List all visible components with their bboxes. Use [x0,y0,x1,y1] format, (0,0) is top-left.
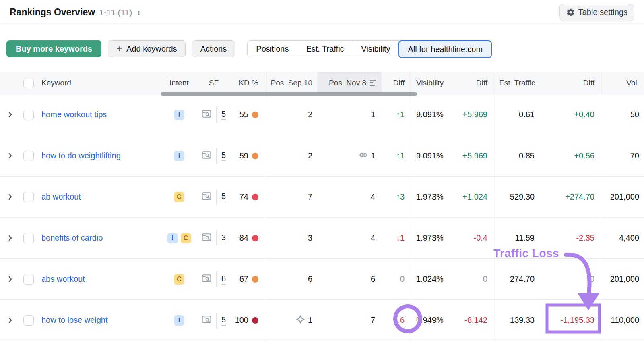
visibility-cell: 1.024% [410,259,451,299]
pos-sep10-value: 3 [308,233,312,243]
visibility-diff-value: -0.4 [474,233,487,243]
sf-count[interactable]: 5 [221,192,226,202]
pos-sep10-cell: 1 [266,300,317,341]
tab-visibility[interactable]: Visibility [353,41,399,57]
sf-count[interactable]: 5 [221,315,226,326]
col-header-pos-diff[interactable]: Diff [382,72,410,94]
header-expander-cell [0,72,20,94]
table-header: Keyword Intent SF KD % Pos. Sep 10 Pos. … [0,72,644,94]
intent-badge-i[interactable]: I [167,233,178,243]
table-settings-button[interactable]: Table settings [559,4,634,21]
col-header-pos-nov8[interactable]: Pos. Nov 8 [317,72,382,94]
keyword-link[interactable]: benefits of cardio [41,233,103,243]
intent-cell: C [161,259,197,299]
volume-cell: 110,000 [601,300,644,341]
link-icon [359,150,371,162]
table-row: how to lose weightI510017↓60.949%-8.1421… [0,300,644,341]
col-header-sf[interactable]: SF [197,72,230,94]
toolbar: Buy more keywords + Add keywords Actions… [0,40,644,57]
actions-button[interactable]: Actions [192,40,235,57]
kd-value: 84 [239,233,248,243]
keyword-cell: benefits of cardio [37,218,161,258]
column-divider [410,72,410,341]
serp-features-icon[interactable] [202,151,211,161]
pos-nov8-cell: 1 [317,135,382,176]
pos-nov8-value: 4 [371,233,375,243]
intent-badge-i[interactable]: I [174,315,184,326]
kd-cell: 59 [230,135,266,176]
result-range: 1-11 (11) [99,8,132,17]
info-icon[interactable]: i [138,8,140,17]
serp-features-icon[interactable] [202,274,211,285]
serp-features-icon[interactable] [202,233,211,243]
sf-divider [216,148,217,164]
col-header-traffic-diff[interactable]: Diff [539,72,601,94]
traffic-diff-cell: 0 [539,259,601,299]
pos-sep10-cell: 2 [266,135,317,176]
row-expander[interactable] [0,218,20,258]
horizontal-scrollbar[interactable] [161,92,417,96]
col-header-keyword[interactable]: Keyword [37,72,161,94]
keyword-link[interactable]: abs workout [41,274,85,284]
sf-count[interactable]: 5 [221,110,226,120]
keyword-link[interactable]: home workout tips [41,110,107,119]
visibility-value: 1.973% [416,233,444,243]
row-expander[interactable] [0,94,20,135]
intent-badge-i[interactable]: I [174,151,184,161]
intent-badge-c[interactable]: C [174,274,184,285]
row-expander[interactable] [0,300,20,341]
tab-all-for-healthline-com[interactable]: All for healthline.com [398,40,492,58]
traffic-diff-value: +274.70 [565,192,594,202]
visibility-diff-cell: -8.142 [451,300,493,341]
col-header-volume[interactable]: Vol. [601,72,644,94]
visibility-diff-cell: 0 [451,259,493,299]
col-header-visibility[interactable]: Visibility [410,72,451,94]
sf-count[interactable]: 6 [221,274,226,285]
keyword-link[interactable]: how to do weightlifting [41,151,121,160]
col-header-intent[interactable]: Intent [161,72,197,94]
select-all-checkbox[interactable] [23,78,34,88]
serp-features-icon[interactable] [202,315,211,326]
col-header-pos-sep10[interactable]: Pos. Sep 10 [266,72,317,94]
row-checkbox[interactable] [23,233,34,243]
chevron-right-icon [7,276,14,283]
traffic-diff-cell: +0.56 [539,135,601,176]
keyword-link[interactable]: ab workout [41,192,81,202]
col-header-est-traffic[interactable]: Est. Traffic [493,72,539,94]
tab-positions[interactable]: Positions [248,41,297,57]
add-keywords-button[interactable]: + Add keywords [108,40,186,57]
traffic-diff-cell: -1,195.33 [539,300,601,341]
sf-count[interactable]: 3 [221,233,226,243]
pos-diff-value: ↑1 [396,151,405,160]
visibility-cell: 9.091% [410,135,451,176]
row-checkbox-cell [20,259,37,299]
serp-features-icon[interactable] [202,110,211,120]
pos-diff-cell: ↑1 [382,135,410,176]
row-expander[interactable] [0,177,20,217]
col-header-visibility-diff[interactable]: Diff [451,72,493,94]
tab-est-traffic[interactable]: Est. Traffic [297,41,353,57]
keyword-link[interactable]: how to lose weight [41,316,108,325]
row-checkbox[interactable] [23,274,34,285]
intent-badge-c[interactable]: C [174,192,184,202]
row-checkbox[interactable] [23,110,34,120]
row-expander[interactable] [0,259,20,299]
buy-more-keywords-button[interactable]: Buy more keywords [6,40,101,57]
intent-badge-c[interactable]: C [181,233,191,243]
pos-diff-cell: ↓6 [382,300,410,341]
row-checkbox[interactable] [23,151,34,161]
intent-cell: I [161,135,197,176]
column-divider [266,72,266,341]
row-checkbox[interactable] [23,315,34,326]
sf-count[interactable]: 5 [221,151,226,161]
est-traffic-cell: 0.61 [493,94,539,135]
visibility-value: 0.949% [416,316,444,325]
row-checkbox[interactable] [23,192,34,202]
serp-features-icon[interactable] [202,192,211,202]
rankings-table: Keyword Intent SF KD % Pos. Sep 10 Pos. … [0,72,644,341]
row-expander[interactable] [0,135,20,176]
col-header-kd[interactable]: KD % [230,72,266,94]
kd-difficulty-dot [252,317,258,324]
intent-badge-i[interactable]: I [174,110,184,120]
pos-nov8-label: Pos. Nov 8 [329,79,366,87]
